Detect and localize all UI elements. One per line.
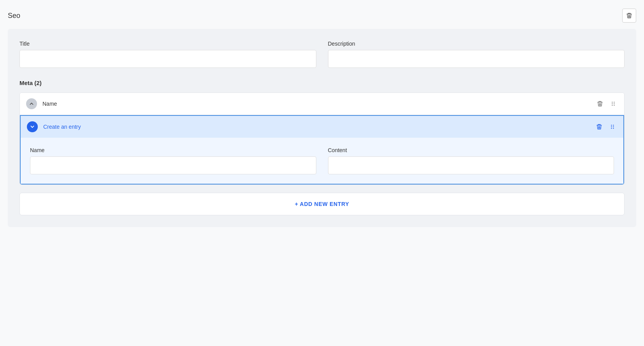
svg-point-1 — [612, 103, 612, 104]
svg-point-11 — [613, 128, 614, 129]
meta-repeatable-container: Name — [19, 92, 625, 185]
svg-point-10 — [613, 126, 614, 127]
collapse-row-2-button[interactable] — [27, 121, 38, 132]
delete-row-1-button[interactable] — [595, 99, 605, 108]
meta-row-2-expanded-content: Name Content — [20, 138, 624, 185]
expanded-fields-grid: Name Content — [30, 147, 614, 174]
drag-icon — [610, 101, 616, 107]
svg-point-4 — [614, 103, 614, 104]
add-new-entry-button[interactable]: + ADD NEW ENTRY — [295, 201, 349, 207]
svg-point-5 — [614, 105, 614, 106]
description-label: Description — [328, 41, 625, 47]
svg-point-3 — [614, 102, 614, 103]
page-title: Seo — [8, 12, 20, 20]
header-row: Seo — [8, 6, 636, 29]
svg-point-2 — [612, 105, 612, 106]
description-field-group: Description — [328, 41, 625, 68]
description-input[interactable] — [328, 50, 625, 68]
meta-row-2-actions — [595, 122, 617, 131]
chevron-up-icon — [29, 101, 34, 106]
page-wrapper: Seo Title Description Meta (2) — [0, 0, 644, 346]
collapse-row-1-button[interactable] — [26, 98, 37, 109]
entry-content-input[interactable] — [328, 156, 614, 174]
main-card: Title Description Meta (2) — [8, 29, 636, 227]
chevron-down-icon — [30, 124, 35, 129]
trash-icon — [626, 12, 632, 19]
meta-row-2: Create an entry — [20, 115, 624, 138]
svg-point-7 — [611, 126, 612, 127]
meta-section-title: Meta (2) — [19, 80, 625, 86]
entry-content-label: Content — [328, 147, 614, 153]
meta-row-1-actions — [595, 99, 618, 108]
title-label: Title — [19, 41, 316, 47]
entry-name-label: Name — [30, 147, 316, 153]
delete-row-2-button[interactable] — [595, 122, 604, 131]
drag-row-1-button[interactable] — [609, 99, 618, 108]
delete-page-button[interactable] — [622, 9, 636, 23]
top-fields-row: Title Description — [19, 41, 625, 68]
svg-point-0 — [612, 102, 612, 103]
trash-icon — [596, 124, 602, 130]
trash-icon — [597, 101, 603, 107]
meta-row-2-label[interactable]: Create an entry — [43, 124, 595, 130]
title-input[interactable] — [19, 50, 316, 68]
drag-row-2-button[interactable] — [608, 122, 617, 131]
title-field-group: Title — [19, 41, 316, 68]
svg-point-8 — [611, 128, 612, 129]
meta-row-1-label: Name — [42, 101, 595, 107]
meta-section: Meta (2) Name — [19, 80, 625, 215]
drag-icon — [609, 124, 616, 130]
entry-content-field-group: Content — [328, 147, 614, 174]
entry-name-input[interactable] — [30, 156, 316, 174]
add-new-entry-row[interactable]: + ADD NEW ENTRY — [19, 193, 625, 215]
meta-row-1: Name — [20, 93, 624, 115]
svg-point-6 — [611, 125, 612, 126]
entry-name-field-group: Name — [30, 147, 316, 174]
svg-point-9 — [613, 125, 614, 126]
